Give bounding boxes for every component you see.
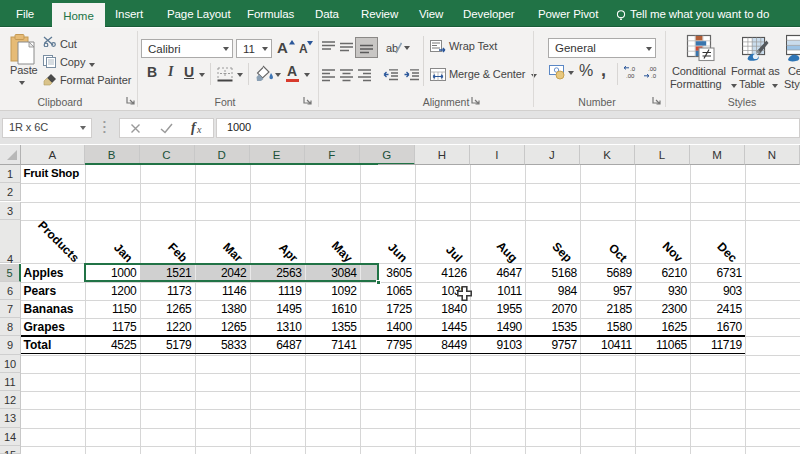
svg-text:.0: .0 xyxy=(651,73,657,79)
svg-text:.00: .00 xyxy=(626,73,635,79)
svg-text:.0: .0 xyxy=(630,66,636,72)
svg-text:.00: .00 xyxy=(648,66,657,72)
